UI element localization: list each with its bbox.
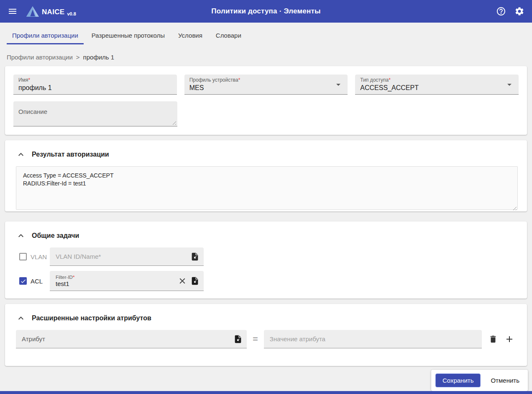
cancel-button[interactable]: Отменить [486,374,524,387]
attribute-value-field[interactable] [264,330,482,348]
help-icon [496,6,506,16]
breadcrumb-current: профиль 1 [83,54,115,61]
authorization-result-textarea[interactable]: Access Type = ACCESS_ACCEPT RADIUS:Filte… [16,166,518,210]
app-bar: NAICE v0.8 Политики доступа · Элементы [0,0,532,23]
required-asterisk: * [73,275,74,280]
attribute-field[interactable] [16,330,247,348]
paste-icon [190,276,200,286]
vlan-checkbox[interactable] [19,253,27,260]
breadcrumb-root[interactable]: Профили авторизации [7,54,73,61]
vlan-task-row: VLAN [19,247,527,266]
attribute-value-input[interactable] [270,335,478,342]
attribute-input[interactable] [22,335,230,342]
authorization-result-header: Результат авторизации [5,140,527,160]
collapse-common-tasks-button[interactable] [16,231,26,241]
help-button[interactable] [496,6,506,16]
screen: NAICE v0.8 Политики доступа · Элементы П… [0,0,532,394]
save-button[interactable]: Сохранить [435,373,481,387]
access-type-value: ACCESS_ACCEPT [360,84,504,92]
acl-checkbox[interactable] [19,277,27,285]
breadcrumb-separator: > [76,54,80,61]
filter-id-input[interactable] [56,280,174,287]
common-tasks-card: Общие задачи VLAN ACL [5,221,527,299]
required-asterisk: * [389,77,391,83]
logo-icon [26,6,39,17]
common-tasks-title: Общие задачи [32,231,79,241]
clear-filter-id-button[interactable] [178,276,187,286]
settings-button[interactable] [514,6,524,16]
acl-paste-button[interactable] [190,276,200,286]
acl-field-inner: Filter-ID* [56,274,174,287]
authorization-result-card: Результат авторизации Access Type = ACCE… [5,140,527,211]
hamburger-icon [8,6,18,16]
close-icon [178,276,187,286]
filter-id-label: Filter-ID* [56,274,174,280]
resize-handle[interactable] [171,120,176,125]
acl-field[interactable]: Filter-ID* [50,271,204,291]
check-icon [20,278,26,284]
access-type-label: Тип доступа* [360,77,504,83]
vlan-label: VLAN [31,253,47,260]
plus-icon [504,334,514,344]
paste-icon [233,335,243,344]
equals-sign: = [253,334,258,345]
authorization-result-textarea-wrap: Access Type = ACCESS_ACCEPT RADIUS:Filte… [16,166,518,211]
menu-button[interactable] [8,6,18,16]
advanced-attributes-header: Расширенные настройки атрибутов [5,304,527,323]
chevron-up-icon [16,231,26,241]
description-label: Описание [18,108,163,115]
delete-attribute-button[interactable] [489,335,498,344]
brand-version: v0.8 [67,11,76,17]
required-asterisk: * [238,77,240,83]
advanced-attributes-title: Расширенные настройки атрибутов [32,313,151,323]
device-profile-label: Профиль устройства* [189,77,334,83]
brand-name: NAICE [42,8,64,17]
authorization-result-title: Результат авторизации [32,149,109,160]
trash-icon [489,335,498,344]
required-asterisk: * [28,77,30,83]
tab-dictionaries[interactable]: Словари [210,32,247,44]
vlan-field[interactable] [50,247,204,266]
appbar-actions [496,6,524,16]
gear-icon [514,6,524,16]
advanced-attributes-card: Расширенные настройки атрибутов = [5,304,527,366]
collapse-advanced-attributes-button[interactable] [16,313,26,323]
vlan-input[interactable] [56,253,187,260]
description-field[interactable]: Описание [13,101,177,126]
attribute-paste-button[interactable] [233,335,243,344]
brand: NAICE v0.8 [26,6,76,17]
tab-conditions[interactable]: Условия [173,32,208,44]
breadcrumb: Профили авторизации > профиль 1 [0,44,532,66]
common-tasks-header: Общие задачи [5,221,527,241]
acl-label: ACL [31,278,47,285]
vlan-paste-button[interactable] [190,252,200,261]
acl-task-row: ACL Filter-ID* [19,271,527,291]
bottom-accent-strip [0,391,532,394]
paste-icon [190,252,200,261]
chevron-up-icon [16,313,26,323]
name-field[interactable]: Имя* [13,75,177,95]
page-title: Политики доступа · Элементы [211,7,320,15]
profile-form-card: Имя* Профиль устройства* MES Тип доступа… [5,66,527,135]
tab-authorization-profiles[interactable]: Профили авторизации [7,32,84,44]
attribute-row: = [5,323,527,366]
actions-bar: Сохранить Отменить [431,370,528,391]
chevron-down-icon[interactable] [333,80,343,90]
name-field-label: Имя* [18,77,172,83]
name-input[interactable] [18,84,172,92]
device-profile-value: MES [189,84,334,92]
tab-allowed-protocols[interactable]: Разрешенные протоколы [86,32,170,44]
device-profile-select[interactable]: Профиль устройства* MES [184,75,348,95]
add-attribute-button[interactable] [504,334,514,344]
chevron-up-icon [16,149,26,160]
fields-grid: Имя* Профиль устройства* MES Тип доступа… [13,75,519,95]
collapse-authorization-result-button[interactable] [16,149,26,160]
tab-bar: Профили авторизации Разрешенные протокол… [0,23,532,44]
chevron-down-icon[interactable] [504,80,514,90]
access-type-select[interactable]: Тип доступа* ACCESS_ACCEPT [355,75,519,95]
